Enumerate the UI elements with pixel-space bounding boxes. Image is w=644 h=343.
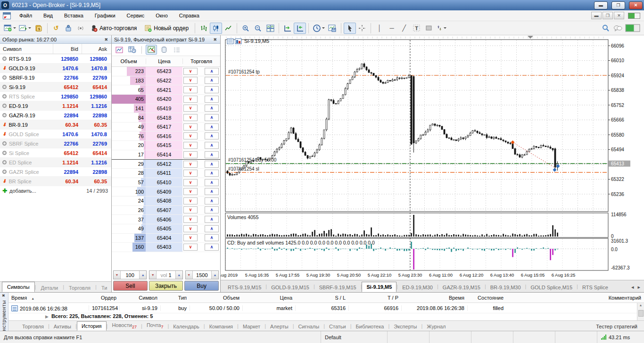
toolbox-tab-Алерты[interactable]: Алерты — [266, 322, 293, 331]
dom-columns[interactable]: Объем Цена Торговля — [112, 56, 220, 67]
buy-at-price-button[interactable]: ∧ — [205, 132, 219, 139]
market-watch-row[interactable]: GAZR-9.192289422898 — [0, 111, 111, 120]
close-icon[interactable]: ✖ — [103, 37, 109, 42]
market-watch-row[interactable]: GAZR Splice2289422898 — [0, 167, 111, 177]
sell-at-price-button[interactable]: ∨ — [183, 151, 198, 158]
toolbox-tab-Торговля[interactable]: Торговля — [18, 322, 48, 331]
decrease-icon[interactable]: ▼ — [149, 271, 157, 279]
chart-tab-GOLD-9.19,M15[interactable]: GOLD-9.19,M15 — [267, 283, 314, 292]
buy-at-price-button[interactable]: ∧ — [205, 151, 219, 158]
auto-scroll-button[interactable] — [294, 23, 306, 34]
chart-tab-GOLD Splice,M15[interactable]: GOLD Splice,M15 — [526, 283, 577, 292]
column-bid[interactable]: Bid — [53, 44, 82, 54]
time-axis[interactable]: 5 Aug 20195 Aug 16:355 Aug 17:555 Aug 19… — [221, 272, 575, 278]
sell-at-price-button[interactable]: ∨ — [183, 77, 198, 84]
column-volume[interactable]: Объем — [112, 58, 146, 64]
toolbox-tab-Активы[interactable]: Активы — [50, 322, 75, 331]
history-columns[interactable]: Время ▲ОрдерСимволТипОбъемЦенаS / LT / P… — [8, 293, 644, 303]
search-icon[interactable] — [599, 23, 611, 34]
vertical-line-button[interactable]: │ — [373, 23, 386, 34]
toolbox-tab-Маркет[interactable]: Маркет — [239, 322, 264, 331]
zoom-in-button[interactable] — [239, 23, 252, 34]
dom-trade-panel-icon[interactable] — [146, 45, 157, 55]
decrease-icon[interactable]: ▼ — [186, 271, 193, 279]
buy-at-price-button[interactable]: ∧ — [205, 77, 219, 84]
buy-at-price-button[interactable]: ∧ — [205, 161, 219, 168]
history-column-7[interactable]: T / P — [348, 295, 401, 301]
buy-at-price-button[interactable]: ∧ — [205, 179, 219, 186]
buy-button[interactable]: Buy — [184, 281, 219, 291]
buy-at-price-button[interactable]: ∧ — [205, 188, 219, 195]
chart-tab-BR-9.19,M30[interactable]: BR-9.19,M30 — [486, 283, 525, 292]
menu-Файл[interactable]: Файл — [14, 11, 38, 20]
minimize-button[interactable]: ▬ — [594, 1, 608, 9]
dom-ask-row[interactable]: 2065415∨∧ — [112, 141, 220, 150]
close-position-button[interactable]: Закрыть — [149, 281, 183, 291]
buy-at-price-button[interactable]: ∧ — [205, 114, 219, 121]
close-button[interactable]: ✕ — [629, 1, 643, 9]
market-watch-row[interactable]: ⬇BR Splice60.3460.35 — [0, 177, 111, 186]
toolbox-tab-Статьи[interactable]: Статьи — [325, 322, 350, 331]
buy-at-price-button[interactable]: ∧ — [205, 170, 219, 177]
rectangle-tool-button[interactable] — [422, 23, 435, 34]
buy-at-price-button[interactable]: ∧ — [205, 86, 219, 93]
status-connection[interactable]: 43.21 ms — [597, 331, 644, 343]
market-watch-row[interactable]: ED Splice1.12141.1216 — [0, 158, 111, 167]
dom-time-sales-icon[interactable] — [126, 45, 138, 55]
sell-at-price-button[interactable]: ∨ — [183, 179, 198, 186]
sell-at-price-button[interactable]: ∨ — [183, 105, 198, 112]
buy-at-price-button[interactable]: ∧ — [205, 68, 219, 75]
chart-tab-RTS Splice[interactable]: RTS Splice — [578, 283, 612, 292]
market-watch-row[interactable]: ⬇BR-9.1960.3460.35 — [0, 120, 111, 130]
buy-at-price-button[interactable]: ∧ — [205, 234, 219, 241]
expand-triangle-icon[interactable]: ▶ — [45, 314, 49, 319]
history-column-4[interactable]: Объем — [190, 295, 242, 301]
market-watch-tab-Торговля[interactable]: Торговля — [64, 284, 95, 292]
sell-at-price-button[interactable]: ∨ — [183, 86, 198, 93]
increase-icon[interactable]: ▲ — [211, 271, 218, 279]
market-watch-row[interactable]: ED-9.191.12141.1216 — [0, 101, 111, 111]
sell-at-price-button[interactable]: ∨ — [183, 188, 198, 195]
chart-canvas[interactable]: #107161254 tp#107161254 buy 50.00#107161… — [221, 35, 644, 280]
toolbox-tab-Журнал[interactable]: Журнал — [422, 322, 450, 331]
text-tool-button[interactable]: T — [410, 23, 422, 34]
chat-icon[interactable] — [611, 23, 624, 34]
market-watch-row[interactable]: RTS Splice129850129860 — [0, 92, 111, 101]
toolbox-tab-Календарь[interactable]: Календарь — [169, 322, 204, 331]
menu-Окно[interactable]: Окно — [150, 11, 173, 20]
buy-at-price-button[interactable]: ∧ — [205, 142, 219, 149]
sell-button[interactable]: Sell — [113, 281, 148, 291]
profiles-button[interactable] — [17, 23, 33, 34]
add-symbol-row[interactable]: ✚ добавить... 14 / 2993 — [0, 186, 111, 196]
toolbox-tab-Эксперты[interactable]: Эксперты — [389, 322, 421, 331]
market-watch-row[interactable]: SBRF Splice2276622769 — [0, 139, 111, 148]
buy-at-price-button[interactable]: ∧ — [205, 244, 219, 251]
scroll-up-icon[interactable]: ▲ — [639, 303, 643, 307]
dom-bid-row[interactable]: 13765404∨∧ — [112, 234, 220, 243]
increase-icon[interactable]: ▲ — [139, 271, 146, 279]
market-watch-tab-Детали[interactable]: Детали — [36, 284, 63, 292]
dom-ask-row[interactable]: 8465418∨∧ — [112, 113, 220, 122]
tabs-scroll-right-icon[interactable]: ▸ — [637, 284, 640, 290]
dom-orders-icon[interactable] — [171, 45, 182, 55]
market-watch-row[interactable]: ⬇GOLD-9.191470.61470.8 — [0, 64, 111, 73]
market-watch-tab-Ти[interactable]: Ти — [97, 284, 112, 292]
history-column-1[interactable]: Ордер — [89, 295, 119, 301]
zoom-out-button[interactable] — [252, 23, 264, 34]
volume-value[interactable]: 1 — [168, 272, 171, 278]
line-chart-button[interactable] — [222, 23, 234, 34]
toolbox-tab-Библиотека[interactable]: Библиотека — [352, 322, 388, 331]
price-axis[interactable]: 6609666010659246583865752656666558065494… — [608, 43, 630, 271]
broadcast-icon[interactable] — [74, 23, 87, 34]
buy-at-price-button[interactable]: ∧ — [205, 105, 219, 112]
metaeditor-icon[interactable] — [62, 23, 74, 34]
sell-at-price-button[interactable]: ∨ — [183, 123, 198, 131]
restore-button[interactable]: ❐ — [611, 1, 625, 9]
dom-bid-row[interactable]: 10065409∨∧ — [112, 187, 220, 196]
decrease-icon[interactable]: ▼ — [114, 271, 121, 279]
sell-at-price-button[interactable]: ∨ — [183, 197, 198, 204]
child-close-button[interactable]: ✕ — [614, 12, 624, 19]
dom-ticks-icon[interactable] — [158, 45, 170, 55]
dom-bid-row[interactable]: 2665407∨∧ — [112, 206, 220, 215]
increase-icon[interactable]: ▲ — [175, 271, 182, 279]
